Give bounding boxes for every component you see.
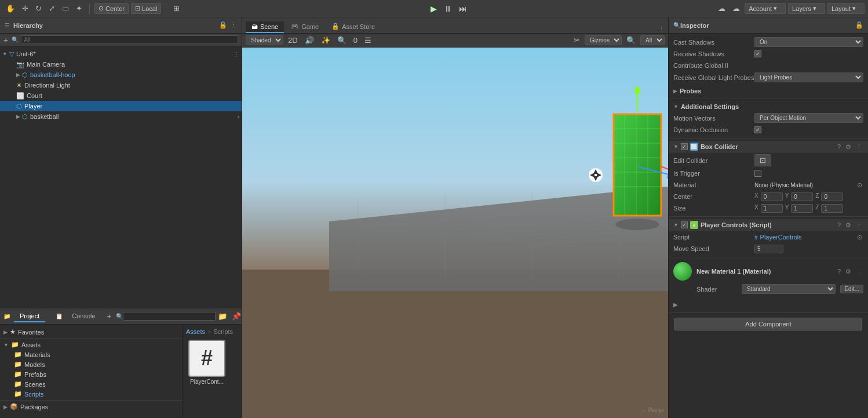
2d-btn[interactable]: 2D xyxy=(286,35,300,46)
lock-icon[interactable]: 🔓 xyxy=(219,21,227,29)
transform-tool[interactable]: ✦ xyxy=(74,3,85,14)
hierarchy-item-bball-hoop[interactable]: ⬡ basketball-hoop xyxy=(0,70,242,80)
scene-tool1[interactable]: 🔍 xyxy=(335,35,349,46)
rotate-tool[interactable]: ↻ xyxy=(33,3,44,14)
center-z-input[interactable] xyxy=(821,192,843,201)
material-expand-btn[interactable]: ▶ xyxy=(673,301,678,308)
hierarchy-search-input[interactable] xyxy=(21,35,238,44)
hierarchy-item-court[interactable]: ⬜ Court xyxy=(0,90,242,101)
tab-scene[interactable]: 🏔 Scene xyxy=(246,21,284,33)
bottom-folder-icon[interactable]: 📁 xyxy=(216,311,229,322)
scene-tool3[interactable]: ☰ xyxy=(362,35,374,46)
script-label: Script xyxy=(673,234,754,241)
center-x-input[interactable] xyxy=(761,192,783,201)
collider-material-pick-btn[interactable]: ⊙ xyxy=(856,181,863,189)
inspector-lock-icon[interactable]: 🔓 xyxy=(855,21,863,29)
shader-select[interactable]: Standard xyxy=(742,284,836,294)
pivot-local-btn[interactable]: ⊡ Local xyxy=(131,3,161,14)
tab-game[interactable]: 🎮 Game xyxy=(285,21,324,33)
shading-select[interactable]: Shaded xyxy=(246,35,283,45)
probes-header[interactable]: Probes xyxy=(669,86,868,96)
assets-item[interactable]: 📁 Assets xyxy=(0,340,182,350)
tab-assetstore[interactable]: 🔒 Asset Store xyxy=(326,21,381,33)
material-more-btn[interactable]: ⋮ xyxy=(855,268,863,275)
models-item[interactable]: 📁 Models xyxy=(0,359,182,369)
player-controls-help-btn[interactable]: ? xyxy=(836,221,842,229)
effects-btn[interactable]: ✨ xyxy=(319,35,333,46)
center-y-input[interactable] xyxy=(791,192,813,201)
hand-tool[interactable]: ✋ xyxy=(3,3,17,14)
asset-item-playercontrols[interactable]: # PlayerCont... xyxy=(186,340,228,385)
move-tool[interactable]: ✛ xyxy=(20,3,31,14)
materials-item[interactable]: 📁 Materials xyxy=(0,350,182,359)
move-speed-input[interactable] xyxy=(754,245,783,253)
collab-icon[interactable]: ☁ xyxy=(716,3,728,14)
material-help-btn[interactable]: ? xyxy=(836,268,842,275)
add-component-btn[interactable]: Add Component xyxy=(674,318,862,330)
bottom-add-btn[interactable]: + xyxy=(105,311,114,322)
dynamic-occlusion-checkbox[interactable]: ✓ xyxy=(754,126,761,133)
layers-dropdown[interactable]: Layers ▾ xyxy=(788,3,825,14)
tab-console[interactable]: Console xyxy=(66,311,101,322)
layout-dropdown[interactable]: Layout ▾ xyxy=(827,3,865,14)
favorites-item[interactable]: ★ Favorites xyxy=(0,327,182,337)
box-collider-settings-btn[interactable]: ⚙ xyxy=(844,143,852,151)
hierarchy-item-unit6[interactable]: ▽ Unit-6* ⋮ xyxy=(0,49,242,59)
play-btn[interactable]: ▶ xyxy=(428,3,439,14)
receive-global-select[interactable]: Light Probes xyxy=(754,72,863,82)
all-btn[interactable]: 🔍 xyxy=(624,35,638,46)
scene-tool2[interactable]: 0 xyxy=(351,35,360,46)
scene-canvas[interactable]: X Y Z xyxy=(242,48,668,418)
script-ref[interactable]: # PlayerControls xyxy=(754,234,802,241)
scene-paint-btn[interactable]: ✂ xyxy=(571,35,582,46)
breadcrumb-assets[interactable]: Assets xyxy=(186,328,205,335)
tab-project[interactable]: Project xyxy=(14,311,45,322)
all-select[interactable]: All xyxy=(640,35,665,45)
size-x-input[interactable] xyxy=(761,204,783,213)
prefabs-item[interactable]: 📁 Prefabs xyxy=(0,369,182,379)
box-collider-more-btn[interactable]: ⋮ xyxy=(855,143,863,151)
additional-settings-header[interactable]: Additional Settings xyxy=(669,101,868,112)
bottom-pin-icon[interactable]: 📌 xyxy=(229,311,243,322)
scale-tool[interactable]: ⤢ xyxy=(46,3,57,14)
pivot-center-btn[interactable]: ⊙ Center xyxy=(94,3,129,14)
unit6-more[interactable]: ⋮ xyxy=(234,51,239,57)
inspector-header: 🔍 Inspector 🔓 xyxy=(669,17,868,34)
scene-more-btn[interactable]: ⋮ xyxy=(658,26,665,33)
gizmos-select[interactable]: Gizmos xyxy=(585,35,622,45)
hierarchy-label-hoop: basketball-hoop xyxy=(30,71,75,78)
hierarchy-item-player[interactable]: ⬡ Player xyxy=(0,101,242,111)
hierarchy-add-btn[interactable]: + xyxy=(3,35,8,45)
bottom-search-input[interactable] xyxy=(123,312,216,321)
script-value: # PlayerControls ⊙ xyxy=(754,234,863,241)
scripts-item[interactable]: 📁 Scripts xyxy=(0,389,182,399)
script-pick-btn[interactable]: ⊙ xyxy=(856,234,863,241)
box-collider-help-btn[interactable]: ? xyxy=(836,143,842,151)
scenes-item[interactable]: 📁 Scenes xyxy=(0,379,182,389)
size-y-input[interactable] xyxy=(791,204,813,213)
edit-collider-btn[interactable]: ⊡ xyxy=(754,154,771,166)
hierarchy-item-maincamera[interactable]: 📷 Main Camera xyxy=(0,59,242,70)
player-controls-checkbox[interactable]: ✓ xyxy=(681,221,688,228)
player-controls-more-btn[interactable]: ⋮ xyxy=(855,221,863,229)
size-z-input[interactable] xyxy=(821,204,843,213)
material-edit-btn[interactable]: Edit... xyxy=(840,285,863,293)
box-collider-checkbox[interactable]: ✓ xyxy=(681,143,688,150)
motion-vectors-select[interactable]: Per Object Motion xyxy=(754,113,863,123)
is-trigger-checkbox[interactable] xyxy=(754,170,761,177)
audio-btn[interactable]: 🔊 xyxy=(302,35,316,46)
receive-shadows-checkbox[interactable]: ✓ xyxy=(754,50,761,57)
material-settings-btn[interactable]: ⚙ xyxy=(844,268,852,275)
rect-tool[interactable]: ▭ xyxy=(60,3,71,14)
services-icon[interactable]: ☁ xyxy=(730,3,742,14)
hierarchy-more-icon[interactable]: ⋮ xyxy=(231,21,237,29)
account-dropdown[interactable]: Account ▾ xyxy=(745,3,786,14)
hierarchy-item-basketball[interactable]: ⬡ basketball › xyxy=(0,111,242,122)
grid-btn[interactable]: ⊞ xyxy=(171,3,182,14)
hierarchy-item-dirlight[interactable]: ☀ Directional Light xyxy=(0,80,242,90)
step-btn[interactable]: ⏭ xyxy=(457,3,469,14)
pause-btn[interactable]: ⏸ xyxy=(442,3,454,14)
cast-shadows-select[interactable]: On xyxy=(754,37,863,47)
packages-item[interactable]: 📦 Packages xyxy=(0,402,182,412)
player-controls-settings-btn[interactable]: ⚙ xyxy=(844,221,852,229)
